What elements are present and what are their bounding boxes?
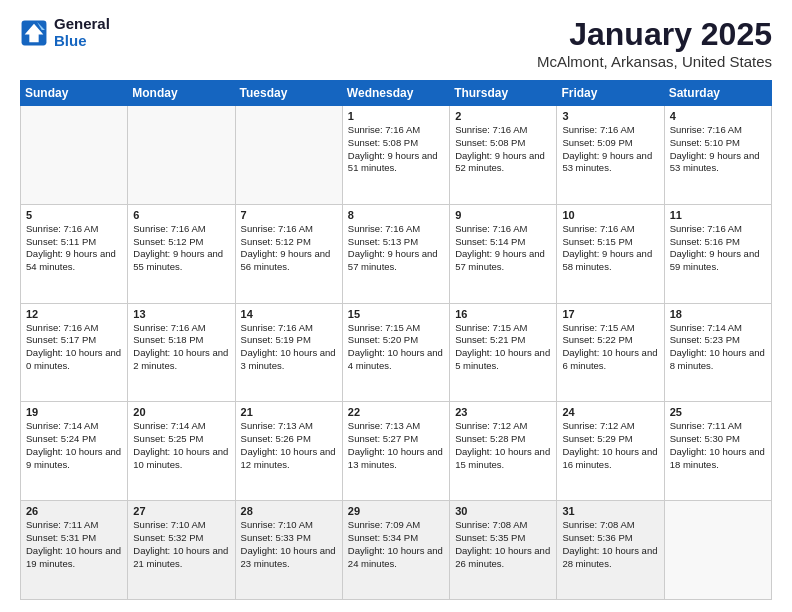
day-info: Sunrise: 7:14 AM Sunset: 5:24 PM Dayligh… [26, 420, 122, 471]
day-number: 23 [455, 406, 551, 418]
calendar-cell: 24Sunrise: 7:12 AM Sunset: 5:29 PM Dayli… [557, 402, 664, 501]
day-number: 11 [670, 209, 766, 221]
day-info: Sunrise: 7:08 AM Sunset: 5:36 PM Dayligh… [562, 519, 658, 570]
day-info: Sunrise: 7:16 AM Sunset: 5:18 PM Dayligh… [133, 322, 229, 373]
calendar-cell: 31Sunrise: 7:08 AM Sunset: 5:36 PM Dayli… [557, 501, 664, 600]
calendar-cell: 25Sunrise: 7:11 AM Sunset: 5:30 PM Dayli… [664, 402, 771, 501]
calendar-cell: 28Sunrise: 7:10 AM Sunset: 5:33 PM Dayli… [235, 501, 342, 600]
day-info: Sunrise: 7:16 AM Sunset: 5:19 PM Dayligh… [241, 322, 337, 373]
day-number: 17 [562, 308, 658, 320]
day-number: 27 [133, 505, 229, 517]
day-info: Sunrise: 7:08 AM Sunset: 5:35 PM Dayligh… [455, 519, 551, 570]
week-row-5: 26Sunrise: 7:11 AM Sunset: 5:31 PM Dayli… [21, 501, 772, 600]
calendar-cell: 18Sunrise: 7:14 AM Sunset: 5:23 PM Dayli… [664, 303, 771, 402]
week-row-2: 5Sunrise: 7:16 AM Sunset: 5:11 PM Daylig… [21, 204, 772, 303]
calendar-cell: 16Sunrise: 7:15 AM Sunset: 5:21 PM Dayli… [450, 303, 557, 402]
day-info: Sunrise: 7:16 AM Sunset: 5:09 PM Dayligh… [562, 124, 658, 175]
calendar-cell: 29Sunrise: 7:09 AM Sunset: 5:34 PM Dayli… [342, 501, 449, 600]
calendar-cell: 21Sunrise: 7:13 AM Sunset: 5:26 PM Dayli… [235, 402, 342, 501]
day-info: Sunrise: 7:12 AM Sunset: 5:29 PM Dayligh… [562, 420, 658, 471]
day-number: 15 [348, 308, 444, 320]
day-info: Sunrise: 7:16 AM Sunset: 5:10 PM Dayligh… [670, 124, 766, 175]
day-info: Sunrise: 7:16 AM Sunset: 5:11 PM Dayligh… [26, 223, 122, 274]
calendar-cell [235, 106, 342, 205]
logo-line1: General [54, 16, 110, 33]
page: General Blue January 2025 McAlmont, Arka… [0, 0, 792, 612]
calendar-cell: 14Sunrise: 7:16 AM Sunset: 5:19 PM Dayli… [235, 303, 342, 402]
header: General Blue January 2025 McAlmont, Arka… [20, 16, 772, 70]
logo-line2: Blue [54, 33, 110, 50]
weekday-header-saturday: Saturday [664, 81, 771, 106]
day-number: 2 [455, 110, 551, 122]
logo-icon [20, 19, 48, 47]
day-number: 20 [133, 406, 229, 418]
calendar-cell: 15Sunrise: 7:15 AM Sunset: 5:20 PM Dayli… [342, 303, 449, 402]
day-info: Sunrise: 7:14 AM Sunset: 5:25 PM Dayligh… [133, 420, 229, 471]
calendar-cell [21, 106, 128, 205]
weekday-header-friday: Friday [557, 81, 664, 106]
calendar-cell: 12Sunrise: 7:16 AM Sunset: 5:17 PM Dayli… [21, 303, 128, 402]
day-info: Sunrise: 7:10 AM Sunset: 5:32 PM Dayligh… [133, 519, 229, 570]
calendar-cell: 26Sunrise: 7:11 AM Sunset: 5:31 PM Dayli… [21, 501, 128, 600]
day-number: 24 [562, 406, 658, 418]
day-info: Sunrise: 7:16 AM Sunset: 5:14 PM Dayligh… [455, 223, 551, 274]
calendar-cell: 4Sunrise: 7:16 AM Sunset: 5:10 PM Daylig… [664, 106, 771, 205]
day-info: Sunrise: 7:16 AM Sunset: 5:12 PM Dayligh… [241, 223, 337, 274]
weekday-header-tuesday: Tuesday [235, 81, 342, 106]
calendar-cell: 2Sunrise: 7:16 AM Sunset: 5:08 PM Daylig… [450, 106, 557, 205]
weekday-header-row: SundayMondayTuesdayWednesdayThursdayFrid… [21, 81, 772, 106]
week-row-1: 1Sunrise: 7:16 AM Sunset: 5:08 PM Daylig… [21, 106, 772, 205]
calendar-cell: 6Sunrise: 7:16 AM Sunset: 5:12 PM Daylig… [128, 204, 235, 303]
day-number: 22 [348, 406, 444, 418]
day-info: Sunrise: 7:16 AM Sunset: 5:17 PM Dayligh… [26, 322, 122, 373]
calendar-subtitle: McAlmont, Arkansas, United States [537, 53, 772, 70]
day-info: Sunrise: 7:12 AM Sunset: 5:28 PM Dayligh… [455, 420, 551, 471]
day-number: 1 [348, 110, 444, 122]
calendar-cell [128, 106, 235, 205]
calendar-title: January 2025 [537, 16, 772, 53]
weekday-header-thursday: Thursday [450, 81, 557, 106]
calendar-cell: 13Sunrise: 7:16 AM Sunset: 5:18 PM Dayli… [128, 303, 235, 402]
calendar-cell: 5Sunrise: 7:16 AM Sunset: 5:11 PM Daylig… [21, 204, 128, 303]
day-number: 25 [670, 406, 766, 418]
day-info: Sunrise: 7:16 AM Sunset: 5:08 PM Dayligh… [455, 124, 551, 175]
calendar-cell: 17Sunrise: 7:15 AM Sunset: 5:22 PM Dayli… [557, 303, 664, 402]
day-number: 8 [348, 209, 444, 221]
day-number: 6 [133, 209, 229, 221]
week-row-4: 19Sunrise: 7:14 AM Sunset: 5:24 PM Dayli… [21, 402, 772, 501]
day-number: 9 [455, 209, 551, 221]
day-number: 28 [241, 505, 337, 517]
day-number: 3 [562, 110, 658, 122]
day-number: 30 [455, 505, 551, 517]
day-number: 10 [562, 209, 658, 221]
day-number: 7 [241, 209, 337, 221]
calendar-cell: 9Sunrise: 7:16 AM Sunset: 5:14 PM Daylig… [450, 204, 557, 303]
calendar-cell: 23Sunrise: 7:12 AM Sunset: 5:28 PM Dayli… [450, 402, 557, 501]
calendar-table: SundayMondayTuesdayWednesdayThursdayFrid… [20, 80, 772, 600]
day-number: 19 [26, 406, 122, 418]
day-info: Sunrise: 7:15 AM Sunset: 5:20 PM Dayligh… [348, 322, 444, 373]
day-info: Sunrise: 7:13 AM Sunset: 5:27 PM Dayligh… [348, 420, 444, 471]
day-number: 13 [133, 308, 229, 320]
day-number: 29 [348, 505, 444, 517]
calendar-cell: 22Sunrise: 7:13 AM Sunset: 5:27 PM Dayli… [342, 402, 449, 501]
weekday-header-wednesday: Wednesday [342, 81, 449, 106]
calendar-cell: 3Sunrise: 7:16 AM Sunset: 5:09 PM Daylig… [557, 106, 664, 205]
calendar-cell [664, 501, 771, 600]
day-info: Sunrise: 7:11 AM Sunset: 5:31 PM Dayligh… [26, 519, 122, 570]
day-number: 31 [562, 505, 658, 517]
calendar-cell: 19Sunrise: 7:14 AM Sunset: 5:24 PM Dayli… [21, 402, 128, 501]
day-number: 14 [241, 308, 337, 320]
day-number: 26 [26, 505, 122, 517]
day-number: 5 [26, 209, 122, 221]
day-info: Sunrise: 7:16 AM Sunset: 5:12 PM Dayligh… [133, 223, 229, 274]
day-number: 4 [670, 110, 766, 122]
day-info: Sunrise: 7:16 AM Sunset: 5:13 PM Dayligh… [348, 223, 444, 274]
day-info: Sunrise: 7:09 AM Sunset: 5:34 PM Dayligh… [348, 519, 444, 570]
calendar-cell: 11Sunrise: 7:16 AM Sunset: 5:16 PM Dayli… [664, 204, 771, 303]
day-info: Sunrise: 7:16 AM Sunset: 5:08 PM Dayligh… [348, 124, 444, 175]
day-info: Sunrise: 7:10 AM Sunset: 5:33 PM Dayligh… [241, 519, 337, 570]
day-info: Sunrise: 7:11 AM Sunset: 5:30 PM Dayligh… [670, 420, 766, 471]
day-info: Sunrise: 7:16 AM Sunset: 5:16 PM Dayligh… [670, 223, 766, 274]
title-block: January 2025 McAlmont, Arkansas, United … [537, 16, 772, 70]
